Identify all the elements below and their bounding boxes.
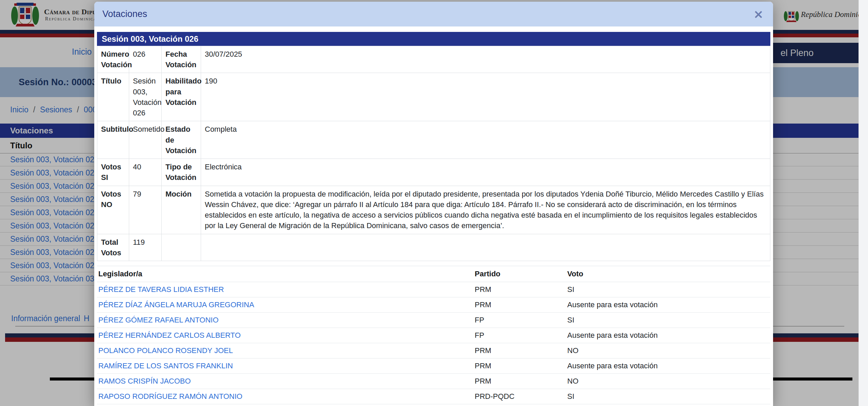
legislator-party-cell: PRM — [473, 358, 566, 373]
details-row: Votos NO79MociónSometida a votación la p… — [97, 186, 770, 234]
legislator-party-cell: FP — [473, 312, 566, 328]
legislators-header-row: Legislador/aPartidoVoto — [97, 266, 770, 282]
legislators-table: Legislador/aPartidoVoto PÉREZ DE TAVERAS… — [97, 266, 770, 406]
votacion-details-table: Número Votación026Fecha Votación30/07/20… — [97, 46, 770, 261]
details-row: SubtituloSometidoEstado de VotaciónCompl… — [97, 121, 770, 159]
legislator-name-cell: PÉREZ DE TAVERAS LIDIA ESTHER — [97, 282, 473, 297]
legislators-column-header: Legislador/a — [97, 266, 473, 282]
legislator-party-cell: FP — [473, 328, 566, 343]
detail-value: Completa — [201, 121, 770, 159]
legislator-party-cell: PRM — [473, 282, 566, 297]
legislator-link[interactable]: PÉREZ GÓMEZ RAFAEL ANTONIO — [98, 316, 219, 324]
legislator-party-cell: PRM — [473, 343, 566, 358]
detail-value: Sometida a votación la propuesta de modi… — [201, 186, 770, 234]
legislator-vote-cell: Ausente para esta votación — [566, 358, 770, 373]
votaciones-modal: Votaciones × Sesión 003, Votación 026 Nú… — [94, 2, 773, 406]
legislator-name-cell: POLANCO POLANCO ROSENDY JOEL — [97, 343, 473, 358]
legislator-name-cell: PÉREZ DÍAZ ÁNGELA MARUJA GREGORINA — [97, 297, 473, 312]
detail-label: Tipo de Votación — [162, 159, 201, 186]
details-row: Número Votación026Fecha Votación30/07/20… — [97, 46, 770, 73]
detail-value: 119 — [129, 234, 162, 261]
legislator-link[interactable]: RAPOSO RODRÍGUEZ RAMÓN ANTONIO — [98, 392, 242, 401]
legislator-vote-cell: NO — [566, 343, 770, 358]
legislator-party-cell: PRD-PQDC — [473, 389, 566, 404]
table-row: PÉREZ DE TAVERAS LIDIA ESTHERPRMSI — [97, 282, 770, 297]
detail-label: Subtitulo — [97, 121, 129, 159]
modal-body: Sesión 003, Votación 026 Número Votación… — [94, 26, 773, 406]
details-row: Votos SI40Tipo de VotaciónElectrónica — [97, 159, 770, 186]
table-row: POLANCO POLANCO ROSENDY JOELPRMNO — [97, 343, 770, 358]
scrollbar[interactable] — [859, 0, 868, 406]
table-row: PÉREZ GÓMEZ RAFAEL ANTONIOFPSI — [97, 312, 770, 328]
legislator-vote-cell: SI — [566, 389, 770, 404]
legislator-vote-cell: NO — [566, 373, 770, 389]
votacion-table-header: Sesión 003, Votación 026 — [97, 32, 770, 46]
legislator-party-cell: PRM — [473, 404, 566, 406]
details-row: TítuloSesión 003, Votación 026Habilitado… — [97, 73, 770, 121]
legislator-vote-cell: NO — [566, 404, 770, 406]
legislators-column-header: Voto — [566, 266, 770, 282]
legislator-vote-cell: SI — [566, 282, 770, 297]
detail-value: Electrónica — [201, 159, 770, 186]
detail-label: Fecha Votación — [162, 46, 201, 73]
table-row: RAMOS CRISPÍN JACOBOPRMNO — [97, 373, 770, 389]
legislator-name-cell: PÉREZ HERNÁNDEZ CARLOS ALBERTO — [97, 328, 473, 343]
legislator-vote-cell: Ausente para esta votación — [566, 297, 770, 312]
legislators-column-header: Partido — [473, 266, 566, 282]
detail-value — [201, 234, 770, 261]
legislator-name-cell: RAMOS CRISPÍN JACOBO — [97, 373, 473, 389]
legislator-party-cell: PRM — [473, 373, 566, 389]
detail-label: Título — [97, 73, 129, 121]
table-row: RAPOSO RODRÍGUEZ RAMÓN ANTONIOPRD-PQDCSI — [97, 389, 770, 404]
legislator-link[interactable]: PÉREZ DÍAZ ÁNGELA MARUJA GREGORINA — [98, 300, 254, 309]
legislator-link[interactable]: RAMOS CRISPÍN JACOBO — [98, 377, 191, 385]
legislator-link[interactable]: PÉREZ DE TAVERAS LIDIA ESTHER — [98, 285, 224, 294]
detail-value: 30/07/2025 — [201, 46, 770, 73]
detail-value: 40 — [129, 159, 162, 186]
detail-value: 026 — [129, 46, 162, 73]
legislator-vote-cell: Ausente para esta votación — [566, 328, 770, 343]
detail-label: Votos NO — [97, 186, 129, 234]
legislator-link[interactable]: POLANCO POLANCO ROSENDY JOEL — [98, 346, 233, 355]
screen: Cámara de Diputados República Dominicana… — [0, 0, 868, 406]
legislator-name-cell: RAPOSO RODRÍGUEZ RAMÓN ANTONIO — [97, 389, 473, 404]
detail-label — [162, 234, 201, 261]
detail-label: Total Votos — [97, 234, 129, 261]
modal-header: Votaciones × — [94, 2, 773, 26]
detail-label: Número Votación — [97, 46, 129, 73]
close-icon[interactable]: × — [752, 8, 765, 20]
detail-value: 79 — [129, 186, 162, 234]
detail-label: Votos SI — [97, 159, 129, 186]
modal-title: Votaciones — [102, 9, 147, 19]
legislator-link[interactable]: RAMÍREZ DE LOS SANTOS FRANKLIN — [98, 362, 233, 370]
legislator-vote-cell: SI — [566, 312, 770, 328]
legislator-party-cell: PRM — [473, 297, 566, 312]
table-row: PÉREZ DÍAZ ÁNGELA MARUJA GREGORINAPRMAus… — [97, 297, 770, 312]
legislator-name-cell: RAMÍREZ DE LOS SANTOS FRANKLIN — [97, 358, 473, 373]
table-row: PÉREZ HERNÁNDEZ CARLOS ALBERTOFPAusente … — [97, 328, 770, 343]
detail-value: 190 — [201, 73, 770, 121]
table-row: RAMÍREZ DE LOS SANTOS FRANKLINPRMAusente… — [97, 358, 770, 373]
detail-value: Sesión 003, Votación 026 — [129, 73, 162, 121]
detail-label: Habilitado para Votación — [162, 73, 201, 121]
detail-value: Sometido — [129, 121, 162, 159]
legislator-link[interactable]: PÉREZ HERNÁNDEZ CARLOS ALBERTO — [98, 331, 241, 339]
detail-label: Moción — [162, 186, 201, 234]
legislator-name-cell: PÉREZ GÓMEZ RAFAEL ANTONIO — [97, 312, 473, 328]
table-row: RODRÍGUEZ BONSEÑOR MARÍA DE LOS ÁNGELESP… — [97, 404, 770, 406]
legislator-name-cell: RODRÍGUEZ BONSEÑOR MARÍA DE LOS ÁNGELES — [97, 404, 473, 406]
details-row: Total Votos119 — [97, 234, 770, 261]
detail-label: Estado de Votación — [162, 121, 201, 159]
